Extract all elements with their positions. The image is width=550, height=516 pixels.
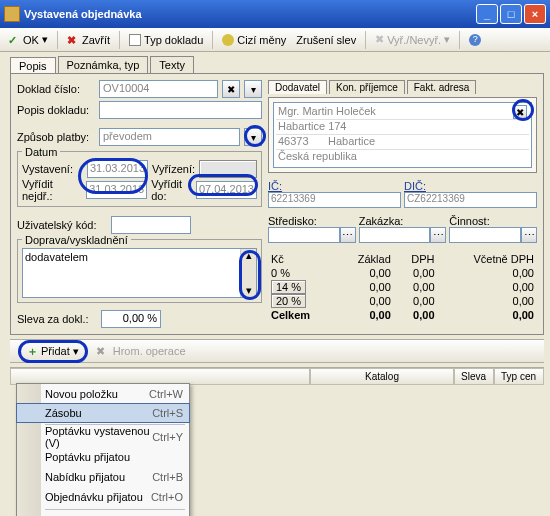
col-sleva[interactable]: Sleva xyxy=(454,368,494,385)
menu-new-item[interactable]: Novou položkuCtrl+W xyxy=(17,384,189,404)
rate-20[interactable]: 20 % xyxy=(271,294,306,308)
supplier-country: Česká republika xyxy=(278,150,357,165)
issued-label: Vystavení: xyxy=(22,163,83,175)
activity-picker[interactable]: ⋯ xyxy=(521,227,537,243)
total-label: Celkem xyxy=(268,308,335,322)
dueby-label: Vyřídit do: xyxy=(151,178,192,202)
currencies-button[interactable]: Cizí měny xyxy=(218,33,290,47)
transport-value: dodavatelem xyxy=(25,251,88,263)
date-legend: Datum xyxy=(22,146,60,158)
payment-field[interactable]: převodem xyxy=(99,128,240,146)
col-total: Včetně DPH xyxy=(438,252,537,266)
supplier-clear[interactable]: ✖ xyxy=(513,105,527,119)
help-button[interactable]: ? xyxy=(465,33,485,47)
ic-label: IČ: xyxy=(268,180,401,192)
rate-14[interactable]: 14 % xyxy=(271,280,306,294)
resolved-date[interactable] xyxy=(199,160,257,178)
main-tabs: Popis Poznámka, typ Texty xyxy=(10,56,550,73)
menu-inquiry-issued[interactable]: Poptávku vystavenou (V)Ctrl+Y xyxy=(17,427,189,447)
close-button[interactable]: × xyxy=(524,4,546,24)
bulk-button: Hrom. operace xyxy=(109,344,190,358)
order-label: Zakázka: xyxy=(359,215,447,227)
app-icon xyxy=(4,6,20,22)
plus-icon: ＋ xyxy=(27,344,38,359)
issued-date[interactable]: 31.03.2013 xyxy=(87,160,148,178)
doc-number-label: Doklad číslo: xyxy=(17,83,95,95)
tab-popis[interactable]: Popis xyxy=(10,57,56,74)
dueby-date[interactable]: 07.04.2013 xyxy=(196,181,257,199)
tab-billaddr[interactable]: Fakt. adresa xyxy=(407,80,477,94)
center-label: Středisko: xyxy=(268,215,356,227)
usercode-field[interactable] xyxy=(111,216,191,234)
minimize-button[interactable]: _ xyxy=(476,4,498,24)
window-title: Vystavená objednávka xyxy=(24,8,142,20)
order-field[interactable] xyxy=(359,227,431,243)
tab-texty[interactable]: Texty xyxy=(150,56,194,73)
dic-label: DIČ: xyxy=(404,180,537,192)
transport-fieldset: Doprava/vyskladnění dodavatelem ▴▾ xyxy=(17,239,262,303)
supplier-name[interactable]: Mgr. Martin Holeček xyxy=(278,105,513,119)
transport-list[interactable]: dodavatelem ▴▾ xyxy=(22,248,257,298)
menu-offer-received[interactable]: Nabídku přijatouCtrl+B xyxy=(17,467,189,487)
col-base: Základ xyxy=(335,252,393,266)
items-toolbar: ＋ Přidat ▾ ✖ Hrom. operace xyxy=(10,339,544,363)
supplier-tabs: Dodavatel Kon. příjemce Fakt. adresa xyxy=(268,80,537,94)
menu-stock[interactable]: ZásobuCtrl+S xyxy=(16,403,190,423)
desc-label: Popis dokladu: xyxy=(17,104,95,116)
menu-order-received[interactable]: Objednávku přijatouCtrl+O xyxy=(17,487,189,507)
earliest-label: Vyřídit nejdř.: xyxy=(22,178,82,202)
tab-recipient[interactable]: Kon. příjemce xyxy=(329,80,405,94)
tab-supplier[interactable]: Dodavatel xyxy=(268,80,327,94)
dic-field[interactable]: CZ62213369 xyxy=(404,192,537,208)
tab-poznamka[interactable]: Poznámka, typ xyxy=(58,56,149,73)
payment-label: Způsob platby: xyxy=(17,131,95,143)
delete-icon: ✖ xyxy=(96,345,105,358)
ok-button[interactable]: ✓OK ▾ xyxy=(4,32,52,47)
resolved-label: Vyřízení: xyxy=(152,163,195,175)
amounts-table: Kč Základ DPH Včetně DPH 0 % 0,00 0,00 0… xyxy=(268,252,537,322)
address-box: Mgr. Martin Holeček ✖ Habartice 174 4637… xyxy=(273,102,532,168)
doc-number-field[interactable]: OV10004 xyxy=(99,80,218,98)
usercode-label: Uživatelský kód: xyxy=(17,219,107,231)
discount-field[interactable]: 0,00 % xyxy=(101,310,161,328)
add-menu: Novou položkuCtrl+W ZásobuCtrl+S Poptávk… xyxy=(16,383,190,516)
center-picker[interactable]: ⋯ xyxy=(340,227,356,243)
transport-legend: Doprava/vyskladnění xyxy=(22,234,131,246)
content-panel: Doklad číslo: OV10004 ✖ ▾ Popis dokladu:… xyxy=(10,73,544,335)
order-picker[interactable]: ⋯ xyxy=(430,227,446,243)
doc-number-dropdown[interactable]: ▾ xyxy=(244,80,262,98)
main-toolbar: ✓OK ▾ ✖Zavřít Typ dokladu Cizí měny Zruš… xyxy=(0,28,550,52)
supplier-street: Habartice 174 xyxy=(278,120,347,134)
supplier-zip: 46373 xyxy=(278,135,328,149)
activity-label: Činnost: xyxy=(449,215,537,227)
activity-field[interactable] xyxy=(449,227,521,243)
doc-number-clear[interactable]: ✖ xyxy=(222,80,240,98)
supplier-city: Habartice xyxy=(328,135,375,149)
payment-dropdown[interactable]: ▾ xyxy=(244,128,262,146)
resolve-button: ✖Vyř./Nevyř. ▾ xyxy=(371,32,454,47)
col-kc: Kč xyxy=(268,252,335,266)
maximize-button[interactable]: □ xyxy=(500,4,522,24)
titlebar: Vystavená objednávka _ □ × xyxy=(0,0,550,28)
col-vat: DPH xyxy=(394,252,438,266)
col-katalog[interactable]: Katalog xyxy=(310,368,454,385)
discount-label: Sleva za dokl.: xyxy=(17,313,97,325)
col-typcen[interactable]: Typ cen xyxy=(494,368,544,385)
doc-type-button[interactable]: Typ dokladu xyxy=(125,33,207,47)
cancel-discounts-button[interactable]: Zrušení slev xyxy=(292,33,360,47)
rate-0: 0 % xyxy=(271,267,290,279)
menu-inquiry-received[interactable]: Poptávku přijatou xyxy=(17,447,189,467)
ic-field[interactable]: 62213369 xyxy=(268,192,401,208)
add-button[interactable]: ＋ Přidat ▾ xyxy=(18,340,88,363)
earliest-date[interactable]: 31.03.2013 xyxy=(86,181,147,199)
scrollbar[interactable]: ▴▾ xyxy=(240,249,256,297)
center-field[interactable] xyxy=(268,227,340,243)
menu-fees[interactable]: Poplatky▸ xyxy=(17,512,189,516)
close-action[interactable]: ✖Zavřít xyxy=(63,33,114,47)
desc-field[interactable] xyxy=(99,101,262,119)
date-fieldset: Datum Vystavení: 31.03.2013 Vyřízení: Vy… xyxy=(17,151,262,207)
